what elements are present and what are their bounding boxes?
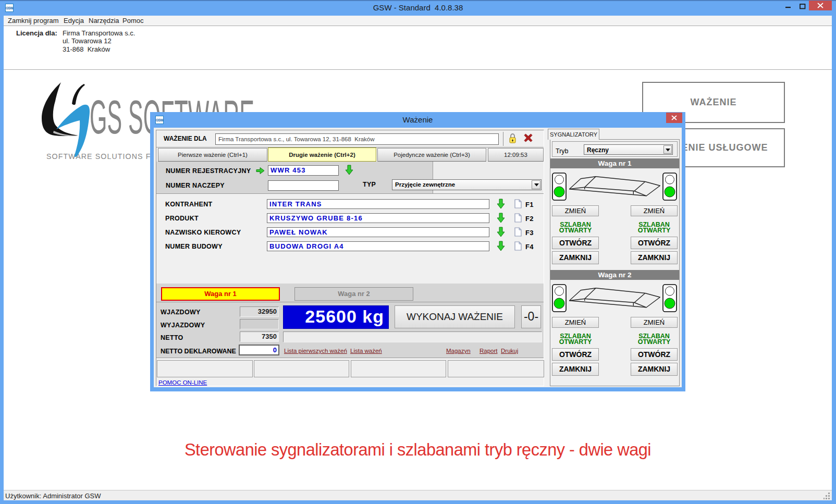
svg-text:GSW: GSW	[6, 6, 14, 10]
svg-text:GSW: GSW	[156, 118, 164, 122]
